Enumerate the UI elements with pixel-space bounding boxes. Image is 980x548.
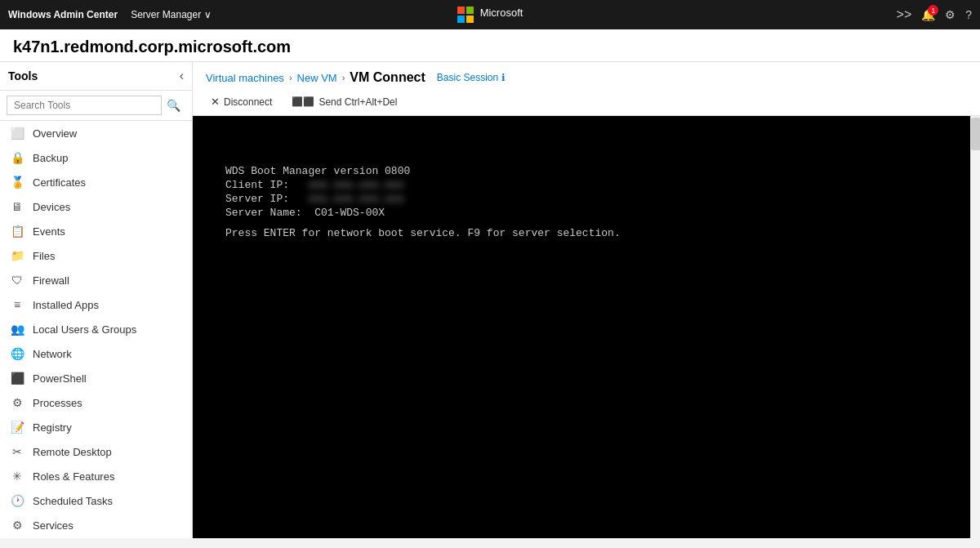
network-icon: 🌐: [10, 347, 24, 360]
sidebar-item-certificates[interactable]: 🏅 Certificates: [0, 170, 192, 194]
files-icon: 📁: [10, 249, 24, 262]
sidebar-item-label: Installed Apps: [33, 299, 99, 311]
devices-icon: 🖥: [10, 200, 24, 213]
brand-label: Windows Admin Center: [8, 9, 118, 20]
svg-rect-2: [457, 16, 465, 23]
page-title: k47n1.redmond.corp.microsoft.com: [13, 38, 967, 56]
sidebar-item-label: Local Users & Groups: [33, 323, 136, 336]
vm-screen-content: WDS Boot Manager version 0800 Client IP:…: [193, 116, 653, 290]
notifications-button[interactable]: 🔔 1: [921, 8, 935, 21]
settings-icon[interactable]: ⚙: [945, 8, 956, 21]
vm-line-2: Client IP: xxx.xxx.xxx.xxx: [225, 179, 621, 191]
basic-session-button[interactable]: Basic Session ℹ: [437, 72, 506, 83]
sidebar-item-label: Network: [33, 348, 72, 360]
scrollbar-thumb: [971, 118, 980, 150]
installed-apps-icon: ≡: [10, 298, 24, 311]
search-button[interactable]: 🔍: [162, 97, 185, 114]
sidebar-item-backup[interactable]: 🔒 Backup: [0, 145, 192, 170]
breadcrumb-virtual-machines[interactable]: Virtual machines: [206, 72, 284, 84]
vm-line-4: Server Name: C01-WDS-00X: [225, 207, 621, 219]
breadcrumb-sep-1: ›: [289, 73, 292, 82]
backup-icon: 🔒: [10, 151, 24, 164]
chevron-down-icon: ∨: [204, 9, 212, 20]
sidebar-item-label: Services: [33, 519, 74, 532]
vm-line-5: Press ENTER for network boot service. F9…: [225, 227, 621, 239]
sidebar-item-registry[interactable]: 📝 Registry: [0, 415, 192, 439]
sidebar-item-local-users[interactable]: 👥 Local Users & Groups: [0, 317, 192, 341]
server-manager-menu[interactable]: Server Manager ∨: [131, 9, 212, 20]
breadcrumb-new-vm[interactable]: New VM: [297, 72, 337, 84]
right-scrollbar[interactable]: [970, 116, 980, 538]
vm-screen[interactable]: WDS Boot Manager version 0800 Client IP:…: [193, 116, 970, 538]
svg-rect-1: [466, 7, 474, 14]
sidebar-item-label: Roles & Features: [33, 470, 114, 483]
sidebar-item-label: Events: [33, 225, 65, 238]
ms-logo-text: Microsoft: [480, 7, 523, 23]
send-ctrl-alt-del-button[interactable]: ⬛⬛ Send Ctrl+Alt+Del: [287, 94, 402, 110]
sidebar-item-services[interactable]: ⚙ Services: [0, 513, 192, 537]
sidebar-item-installed-apps[interactable]: ≡ Installed Apps: [0, 292, 192, 317]
breadcrumb: Virtual machines › New VM › VM Connect B…: [206, 70, 967, 85]
sidebar-item-label: Files: [33, 250, 55, 262]
sidebar-item-processes[interactable]: ⚙ Processes: [0, 390, 192, 415]
disconnect-label: Disconnect: [224, 96, 272, 108]
main-layout: Tools ‹ 🔍 ⬜ Overview 🔒 Backup 🏅 Certific…: [0, 62, 980, 538]
disconnect-icon: ✕: [211, 96, 220, 108]
ms-logo-icon: [457, 7, 474, 23]
sidebar-item-roles-features[interactable]: ✳ Roles & Features: [0, 464, 192, 488]
page-title-bar: k47n1.redmond.corp.microsoft.com: [0, 29, 980, 62]
sidebar-item-label: Backup: [33, 152, 68, 164]
send-label: Send Ctrl+Alt+Del: [318, 96, 397, 108]
svg-rect-0: [457, 7, 465, 14]
sidebar-item-files[interactable]: 📁 Files: [0, 243, 192, 268]
search-input[interactable]: [7, 96, 162, 115]
notification-badge: 1: [928, 5, 938, 16]
sidebar-item-label: Remote Desktop: [33, 446, 112, 458]
overview-icon: ⬜: [10, 127, 24, 140]
sidebar-item-scheduled-tasks[interactable]: 🕐 Scheduled Tasks: [0, 488, 192, 513]
remote-desktop-icon: ✂: [10, 445, 24, 458]
topbar: Windows Admin Center Server Manager ∨ Mi…: [0, 0, 980, 29]
help-icon[interactable]: ?: [965, 8, 972, 21]
sidebar-item-label: Firewall: [33, 274, 69, 287]
client-ip-blurred: xxx.xxx.xxx.xxx: [308, 179, 403, 191]
sidebar-item-overview[interactable]: ⬜ Overview: [0, 121, 192, 145]
topbar-center: Microsoft: [334, 7, 647, 23]
sidebar-item-network[interactable]: 🌐 Network: [0, 341, 192, 366]
breadcrumb-current: VM Connect: [350, 70, 425, 85]
vm-line-3: Server IP: xxx.xxx.xxx.xxx: [225, 193, 621, 205]
toolbar: ✕ Disconnect ⬛⬛ Send Ctrl+Alt+Del: [206, 90, 967, 115]
sidebar-header: Tools ‹: [0, 62, 192, 91]
sidebar-item-events[interactable]: 📋 Events: [0, 219, 192, 243]
sidebar-item-label: Processes: [33, 397, 82, 409]
certificates-icon: 🏅: [10, 176, 24, 189]
topbar-left: Windows Admin Center Server Manager ∨: [8, 9, 321, 20]
sidebar-item-label: Scheduled Tasks: [33, 495, 113, 507]
topbar-right: >> 🔔 1 ⚙ ?: [659, 7, 972, 22]
services-icon: ⚙: [10, 519, 24, 532]
sidebar-item-powershell[interactable]: ⬛ PowerShell: [0, 366, 192, 390]
sidebar-item-label: PowerShell: [33, 372, 87, 385]
collapse-sidebar-button[interactable]: ‹: [180, 69, 184, 83]
server-ip-blurred: xxx.xxx.xxx.xxx: [308, 193, 403, 205]
processes-icon: ⚙: [10, 396, 24, 409]
sidebar-item-firewall[interactable]: 🛡 Firewall: [0, 268, 192, 292]
search-box: 🔍: [0, 91, 192, 121]
sidebar-item-label: Devices: [33, 201, 70, 213]
sidebar-scroll: ⬜ Overview 🔒 Backup 🏅 Certificates 🖥 Dev…: [0, 121, 192, 538]
sidebar-item-remote-desktop[interactable]: ✂ Remote Desktop: [0, 439, 192, 464]
vm-line-1: WDS Boot Manager version 0800: [225, 165, 621, 177]
sidebar-item-devices[interactable]: 🖥 Devices: [0, 194, 192, 219]
content-area: Virtual machines › New VM › VM Connect B…: [193, 62, 980, 538]
sidebar-item-label: Certificates: [33, 176, 86, 189]
registry-icon: 📝: [10, 421, 24, 434]
sidebar-item-storage[interactable]: 💾 Storage: [0, 537, 192, 538]
sidebar: Tools ‹ 🔍 ⬜ Overview 🔒 Backup 🏅 Certific…: [0, 62, 193, 538]
breadcrumb-sep-2: ›: [342, 73, 345, 82]
roles-features-icon: ✳: [10, 470, 24, 483]
scheduled-tasks-icon: 🕐: [10, 494, 24, 507]
disconnect-button[interactable]: ✕ Disconnect: [206, 93, 277, 110]
expand-icon[interactable]: >>: [897, 7, 912, 22]
vm-screen-container: WDS Boot Manager version 0800 Client IP:…: [193, 116, 980, 538]
info-icon: ℹ: [501, 72, 506, 83]
